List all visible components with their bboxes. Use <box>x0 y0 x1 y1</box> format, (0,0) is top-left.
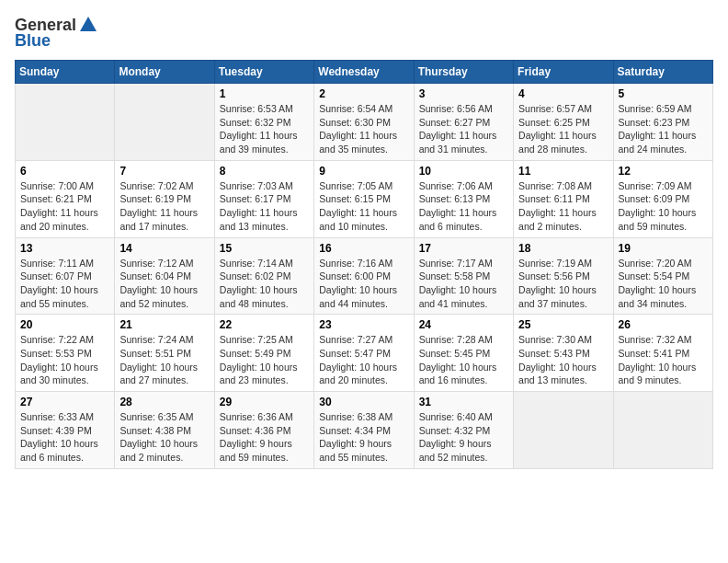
day-number: 6 <box>20 165 109 178</box>
calendar-week-row: 20Sunrise: 7:22 AMSunset: 5:53 PMDayligh… <box>16 315 713 392</box>
day-info: Sunrise: 7:28 AMSunset: 5:45 PMDaylight:… <box>419 333 508 387</box>
calendar-cell: 16Sunrise: 7:16 AMSunset: 6:00 PMDayligh… <box>314 237 414 315</box>
calendar-cell: 17Sunrise: 7:17 AMSunset: 5:58 PMDayligh… <box>414 237 513 315</box>
calendar-cell: 26Sunrise: 7:32 AMSunset: 5:41 PMDayligh… <box>613 315 712 392</box>
calendar-cell: 13Sunrise: 7:11 AMSunset: 6:07 PMDayligh… <box>16 237 115 315</box>
calendar-cell: 7Sunrise: 7:02 AMSunset: 6:19 PMDaylight… <box>115 160 214 237</box>
day-number: 23 <box>319 318 408 331</box>
day-info: Sunrise: 7:08 AMSunset: 6:11 PMDaylight:… <box>518 179 608 234</box>
day-info: Sunrise: 6:33 AMSunset: 4:39 PMDaylight:… <box>20 410 109 465</box>
day-info: Sunrise: 7:11 AMSunset: 6:07 PMDaylight:… <box>20 257 109 311</box>
calendar-cell: 23Sunrise: 7:27 AMSunset: 5:47 PMDayligh… <box>314 315 414 392</box>
weekday-header-monday: Monday <box>115 61 214 84</box>
day-number: 31 <box>419 396 508 408</box>
day-info: Sunrise: 7:16 AMSunset: 6:00 PMDaylight:… <box>319 257 408 311</box>
day-info: Sunrise: 7:02 AMSunset: 6:19 PMDaylight:… <box>119 179 209 234</box>
day-info: Sunrise: 7:12 AMSunset: 6:04 PMDaylight:… <box>119 257 209 311</box>
calendar-cell: 22Sunrise: 7:25 AMSunset: 5:49 PMDayligh… <box>214 315 313 392</box>
day-number: 17 <box>419 242 508 255</box>
calendar-cell <box>514 392 613 469</box>
day-info: Sunrise: 7:32 AMSunset: 5:41 PMDaylight:… <box>619 333 708 387</box>
day-info: Sunrise: 6:57 AMSunset: 6:25 PMDaylight:… <box>518 102 608 156</box>
day-number: 2 <box>319 87 408 100</box>
day-info: Sunrise: 6:38 AMSunset: 4:34 PMDaylight:… <box>319 410 408 465</box>
svg-marker-0 <box>80 17 97 31</box>
calendar-cell: 21Sunrise: 7:24 AMSunset: 5:51 PMDayligh… <box>115 315 214 392</box>
calendar-cell: 12Sunrise: 7:09 AMSunset: 6:09 PMDayligh… <box>613 160 712 237</box>
day-info: Sunrise: 6:36 AMSunset: 4:36 PMDaylight:… <box>220 410 309 465</box>
day-number: 1 <box>220 87 309 100</box>
day-info: Sunrise: 7:05 AMSunset: 6:15 PMDaylight:… <box>319 179 408 234</box>
calendar-cell: 5Sunrise: 6:59 AMSunset: 6:23 PMDaylight… <box>613 84 712 161</box>
day-number: 8 <box>220 165 309 178</box>
calendar-cell: 30Sunrise: 6:38 AMSunset: 4:34 PMDayligh… <box>314 392 414 469</box>
day-number: 9 <box>319 165 408 178</box>
day-number: 15 <box>220 242 309 255</box>
day-number: 11 <box>518 165 608 178</box>
calendar-cell: 24Sunrise: 7:28 AMSunset: 5:45 PMDayligh… <box>414 315 513 392</box>
day-info: Sunrise: 7:17 AMSunset: 5:58 PMDaylight:… <box>419 257 508 311</box>
day-number: 21 <box>119 318 209 331</box>
day-info: Sunrise: 7:24 AMSunset: 5:51 PMDaylight:… <box>119 333 209 387</box>
calendar-cell: 14Sunrise: 7:12 AMSunset: 6:04 PMDayligh… <box>115 237 214 315</box>
day-number: 3 <box>419 87 508 100</box>
calendar-week-row: 27Sunrise: 6:33 AMSunset: 4:39 PMDayligh… <box>16 392 713 469</box>
day-info: Sunrise: 6:54 AMSunset: 6:30 PMDaylight:… <box>319 102 408 156</box>
calendar-cell <box>115 84 214 161</box>
day-info: Sunrise: 7:14 AMSunset: 6:02 PMDaylight:… <box>220 257 309 311</box>
calendar-cell: 20Sunrise: 7:22 AMSunset: 5:53 PMDayligh… <box>16 315 115 392</box>
day-info: Sunrise: 6:40 AMSunset: 4:32 PMDaylight:… <box>419 410 508 465</box>
calendar-cell: 25Sunrise: 7:30 AMSunset: 5:43 PMDayligh… <box>514 315 613 392</box>
day-info: Sunrise: 6:53 AMSunset: 6:32 PMDaylight:… <box>220 102 309 156</box>
weekday-header-wednesday: Wednesday <box>314 61 414 84</box>
day-number: 7 <box>119 165 209 178</box>
day-number: 24 <box>419 318 508 331</box>
calendar-week-row: 13Sunrise: 7:11 AMSunset: 6:07 PMDayligh… <box>16 237 713 315</box>
day-number: 27 <box>20 396 109 408</box>
day-number: 4 <box>518 87 608 100</box>
day-info: Sunrise: 7:00 AMSunset: 6:21 PMDaylight:… <box>20 179 109 234</box>
weekday-header-sunday: Sunday <box>16 61 115 84</box>
day-info: Sunrise: 7:09 AMSunset: 6:09 PMDaylight:… <box>619 179 708 234</box>
calendar-cell: 27Sunrise: 6:33 AMSunset: 4:39 PMDayligh… <box>16 392 115 469</box>
calendar-cell: 9Sunrise: 7:05 AMSunset: 6:15 PMDaylight… <box>314 160 414 237</box>
calendar-cell: 4Sunrise: 6:57 AMSunset: 6:25 PMDaylight… <box>514 84 613 161</box>
calendar-cell: 15Sunrise: 7:14 AMSunset: 6:02 PMDayligh… <box>214 237 313 315</box>
day-number: 10 <box>419 165 508 178</box>
day-number: 25 <box>518 318 608 331</box>
day-number: 26 <box>619 318 708 331</box>
day-info: Sunrise: 7:19 AMSunset: 5:56 PMDaylight:… <box>518 257 608 311</box>
calendar-cell: 10Sunrise: 7:06 AMSunset: 6:13 PMDayligh… <box>414 160 513 237</box>
calendar-cell <box>613 392 712 469</box>
day-number: 30 <box>319 396 408 408</box>
day-number: 20 <box>20 318 109 331</box>
day-number: 13 <box>20 242 109 255</box>
calendar-cell <box>16 84 115 161</box>
weekday-header-saturday: Saturday <box>613 61 712 84</box>
day-info: Sunrise: 7:22 AMSunset: 5:53 PMDaylight:… <box>20 333 109 387</box>
day-info: Sunrise: 7:06 AMSunset: 6:13 PMDaylight:… <box>419 179 508 234</box>
day-info: Sunrise: 6:59 AMSunset: 6:23 PMDaylight:… <box>619 102 708 156</box>
calendar-cell: 1Sunrise: 6:53 AMSunset: 6:32 PMDaylight… <box>214 84 313 161</box>
logo-blue-text: Blue <box>15 31 51 51</box>
calendar-cell: 8Sunrise: 7:03 AMSunset: 6:17 PMDaylight… <box>214 160 313 237</box>
calendar-cell: 3Sunrise: 6:56 AMSunset: 6:27 PMDaylight… <box>414 84 513 161</box>
day-info: Sunrise: 6:35 AMSunset: 4:38 PMDaylight:… <box>119 410 209 465</box>
calendar-cell: 19Sunrise: 7:20 AMSunset: 5:54 PMDayligh… <box>613 237 712 315</box>
day-info: Sunrise: 7:27 AMSunset: 5:47 PMDaylight:… <box>319 333 408 387</box>
calendar-week-row: 1Sunrise: 6:53 AMSunset: 6:32 PMDaylight… <box>16 84 713 161</box>
day-info: Sunrise: 7:30 AMSunset: 5:43 PMDaylight:… <box>518 333 608 387</box>
day-number: 22 <box>220 318 309 331</box>
calendar-cell: 11Sunrise: 7:08 AMSunset: 6:11 PMDayligh… <box>514 160 613 237</box>
calendar-table: SundayMondayTuesdayWednesdayThursdayFrid… <box>15 60 713 469</box>
day-number: 14 <box>119 242 209 255</box>
day-number: 5 <box>619 87 708 100</box>
day-info: Sunrise: 7:03 AMSunset: 6:17 PMDaylight:… <box>220 179 309 234</box>
calendar-header-row: SundayMondayTuesdayWednesdayThursdayFrid… <box>16 61 713 84</box>
day-info: Sunrise: 7:20 AMSunset: 5:54 PMDaylight:… <box>619 257 708 311</box>
day-info: Sunrise: 7:25 AMSunset: 5:49 PMDaylight:… <box>220 333 309 387</box>
weekday-header-friday: Friday <box>514 61 613 84</box>
weekday-header-tuesday: Tuesday <box>214 61 313 84</box>
calendar-cell: 18Sunrise: 7:19 AMSunset: 5:56 PMDayligh… <box>514 237 613 315</box>
day-number: 12 <box>619 165 708 178</box>
